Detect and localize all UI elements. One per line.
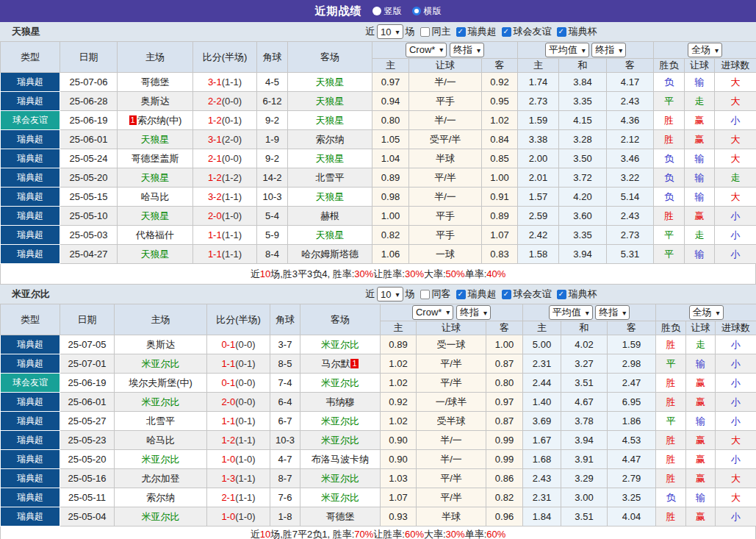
- league-checkbox[interactable]: [456, 27, 466, 37]
- col-corner: 角球: [270, 304, 300, 335]
- fullmatch-select[interactable]: 全场▾: [688, 43, 722, 57]
- score-cell: 2-1(0-0): [193, 149, 257, 168]
- chevron-down-icon: ▾: [395, 28, 399, 36]
- odds-away-cell: 1.07: [482, 226, 518, 245]
- chevron-down-icon: ▾: [483, 309, 487, 317]
- avg-away-cell: 3.22: [607, 168, 654, 188]
- halftime-score: (1-1): [222, 229, 242, 240]
- friendly-checkbox[interactable]: [502, 27, 511, 37]
- result-goals-cell: 小: [716, 374, 756, 393]
- league-checkbox[interactable]: [456, 290, 466, 299]
- result-goals-cell: 小: [716, 507, 756, 526]
- result-wdl-cell: 胜: [656, 335, 686, 354]
- layout-radio-vertical[interactable]: 竖版: [372, 5, 402, 18]
- final-average-select[interactable]: 终指▾: [595, 305, 630, 320]
- cup-checkbox[interactable]: [557, 27, 566, 37]
- league-label[interactable]: 瑞典超: [468, 288, 497, 301]
- match-date-cell: 25-06-19: [60, 111, 118, 130]
- result-text: 负: [664, 76, 674, 88]
- vertical-label[interactable]: 竖版: [384, 5, 402, 18]
- horizontal-label[interactable]: 横版: [424, 5, 442, 18]
- result-wdl-cell: 胜: [656, 469, 686, 488]
- fulltime-score: 1-1: [221, 415, 235, 426]
- same-venue-label[interactable]: 同主: [432, 25, 451, 38]
- match-date-cell: 25-06-28: [60, 92, 118, 111]
- col-odds-away: 客: [482, 59, 518, 73]
- recent-matches-table: 类型 日期 主场 比分(半场) 角球 客场 Crow*▾ 终指▾ 平均值▾ 终指…: [0, 41, 756, 264]
- team-name-text: 米亚尔比: [321, 435, 359, 446]
- final-odds-select[interactable]: 终指▾: [450, 43, 484, 57]
- halftime-score: (0-0): [222, 96, 242, 107]
- cup-checkbox[interactable]: [557, 290, 566, 299]
- result-text: 平: [664, 229, 674, 240]
- fullmatch-select-value: 全场: [691, 43, 710, 57]
- cup-label[interactable]: 瑞典杯: [569, 25, 597, 38]
- match-type-cell: 瑞典超: [1, 412, 60, 431]
- result-text: 胜: [664, 115, 674, 126]
- cup-label[interactable]: 瑞典杯: [569, 288, 597, 301]
- match-date-cell: 25-06-01: [60, 130, 118, 149]
- avg-draw-cell: 3.84: [559, 73, 607, 92]
- summary-segment: 让胜率:: [373, 268, 405, 281]
- corner-cell: 6-7: [270, 412, 300, 431]
- final-average-select[interactable]: 终指▾: [591, 43, 626, 57]
- team-name-text: 奥斯达: [146, 339, 175, 350]
- away-team-cell: 天狼星: [288, 188, 372, 207]
- same-venue-checkbox[interactable]: [420, 290, 430, 299]
- score-cell: 1-1(1-1): [193, 226, 257, 245]
- bookmaker-select[interactable]: Crow*▾: [406, 43, 447, 57]
- bookmaker-select[interactable]: Crow*▾: [412, 305, 453, 320]
- recent-count-select[interactable]: 10 ▾: [377, 287, 403, 301]
- same-venue-checkbox[interactable]: [420, 27, 430, 37]
- result-text: 输: [696, 415, 705, 426]
- team-name-text: 天狼星: [316, 76, 345, 88]
- chevron-down-icon: ▾: [439, 46, 443, 54]
- average-dropdown-group: 平均值▾ 终指▾: [523, 304, 656, 321]
- odds-home-cell: 0.80: [372, 111, 409, 130]
- team-name-text: 哥德堡: [141, 76, 170, 88]
- odds-home-cell: 0.89: [372, 168, 409, 188]
- fulltime-score: 1-0: [221, 454, 235, 465]
- team-name-text: 哈马比: [141, 191, 170, 202]
- average-select[interactable]: 平均值▾: [545, 43, 589, 57]
- friendly-checkbox[interactable]: [502, 290, 511, 299]
- result-text: 输: [695, 172, 705, 183]
- result-text: 赢: [696, 377, 705, 388]
- odds-away-cell: 0.91: [482, 188, 518, 207]
- result-handicap-cell: 赢: [686, 374, 716, 393]
- friendly-label[interactable]: 球会友谊: [514, 25, 552, 38]
- result-handicap-cell: 走: [685, 92, 715, 111]
- home-team-cell: 尤尔加登: [115, 469, 207, 488]
- odds-away-cell: 0.83: [482, 245, 518, 264]
- bookmaker-select-value: Crow*: [409, 44, 435, 55]
- home-team-cell: 米亚尔比: [115, 450, 207, 469]
- fulltime-score: 1-2: [221, 435, 235, 446]
- average-dropdown-group: 平均值▾ 终指▾: [518, 42, 654, 59]
- match-type-cell: 瑞典超: [1, 431, 60, 450]
- fulltime-score: 1-1: [208, 249, 222, 260]
- corner-cell: 14-2: [257, 168, 288, 188]
- avg-home-cell: 2.00: [518, 149, 559, 168]
- average-select[interactable]: 平均值▾: [549, 305, 593, 320]
- team-name-text: 米亚尔比: [142, 511, 180, 522]
- score-cell: 3-1(2-0): [193, 130, 257, 149]
- fullmatch-select[interactable]: 全场▾: [689, 305, 724, 320]
- result-wdl-cell: 平: [656, 354, 686, 374]
- same-venue-label[interactable]: 同客: [432, 288, 451, 301]
- col-odds-away: 客: [486, 321, 523, 335]
- team-name: 米亚尔比: [12, 288, 50, 301]
- result-wdl-cell: 胜: [656, 374, 686, 393]
- recent-count-select[interactable]: 10 ▾: [377, 24, 403, 39]
- summary-segment: 场,胜7平2负1, 胜率:: [270, 528, 354, 539]
- result-handicap-cell: 赢: [686, 450, 716, 469]
- team-name-text: 索尔纳: [316, 134, 345, 145]
- layout-radio-horizontal[interactable]: 横版: [412, 5, 442, 18]
- final-odds-select[interactable]: 终指▾: [456, 305, 491, 320]
- friendly-label[interactable]: 球会友谊: [514, 288, 552, 301]
- result-text: 输: [696, 358, 705, 369]
- col-type: 类型: [1, 304, 60, 335]
- result-wdl-cell: 平: [656, 412, 686, 431]
- league-label[interactable]: 瑞典超: [468, 25, 497, 38]
- result-text: 走: [695, 229, 705, 240]
- match-row: 瑞典超25-05-20米亚尔比1-0(1-0)4-7布洛马波卡纳0.90半/一0…: [1, 450, 756, 469]
